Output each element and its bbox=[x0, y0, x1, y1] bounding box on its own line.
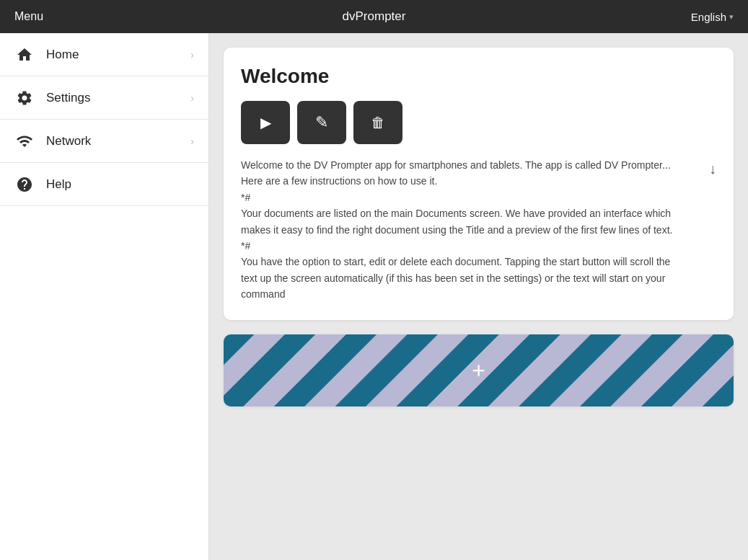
delete-button[interactable] bbox=[353, 101, 402, 144]
settings-chevron-icon: › bbox=[190, 92, 194, 104]
add-document-area[interactable]: + bbox=[224, 334, 734, 406]
welcome-card: Welcome Welcome to the DV Prompter app f… bbox=[224, 48, 734, 320]
scroll-down-icon: ↓ bbox=[709, 157, 716, 180]
trash-icon bbox=[371, 115, 385, 131]
action-buttons bbox=[241, 101, 716, 144]
sidebar: Home › Settings › bbox=[0, 33, 209, 560]
sidebar-network-label: Network bbox=[46, 134, 91, 148]
language-label: English bbox=[691, 11, 726, 23]
edit-button[interactable] bbox=[297, 101, 346, 144]
play-icon bbox=[260, 114, 271, 131]
content-area: Welcome Welcome to the DV Prompter app f… bbox=[209, 33, 748, 560]
sidebar-item-help[interactable]: Help bbox=[0, 163, 208, 206]
settings-icon bbox=[14, 88, 35, 108]
home-icon bbox=[14, 45, 35, 65]
wifi-icon bbox=[14, 131, 35, 151]
sidebar-item-settings[interactable]: Settings › bbox=[0, 76, 208, 120]
app-title: dvPrompter bbox=[343, 9, 406, 24]
language-selector[interactable]: English ▾ bbox=[691, 11, 734, 23]
edit-pencil-icon bbox=[315, 113, 328, 132]
play-button[interactable] bbox=[241, 101, 290, 144]
welcome-description: Welcome to the DV Prompter app for smart… bbox=[241, 157, 716, 303]
help-icon bbox=[14, 174, 35, 195]
add-plus-icon: + bbox=[472, 359, 485, 382]
network-chevron-icon: › bbox=[190, 135, 194, 147]
sidebar-home-label: Home bbox=[46, 48, 79, 62]
main-layout: Home › Settings › bbox=[0, 33, 748, 560]
language-chevron-icon: ▾ bbox=[729, 12, 734, 22]
description-line1: Welcome to the DV Prompter app for smart… bbox=[241, 159, 672, 300]
home-chevron-icon: › bbox=[190, 49, 194, 61]
welcome-title: Welcome bbox=[241, 65, 716, 88]
menu-label: Menu bbox=[14, 10, 43, 23]
sidebar-item-home[interactable]: Home › bbox=[0, 33, 208, 76]
sidebar-item-network[interactable]: Network › bbox=[0, 120, 208, 163]
add-document-card: + bbox=[224, 334, 734, 406]
sidebar-help-label: Help bbox=[46, 177, 71, 192]
sidebar-settings-label: Settings bbox=[46, 91, 90, 105]
topbar: Menu dvPrompter English ▾ bbox=[0, 0, 748, 33]
